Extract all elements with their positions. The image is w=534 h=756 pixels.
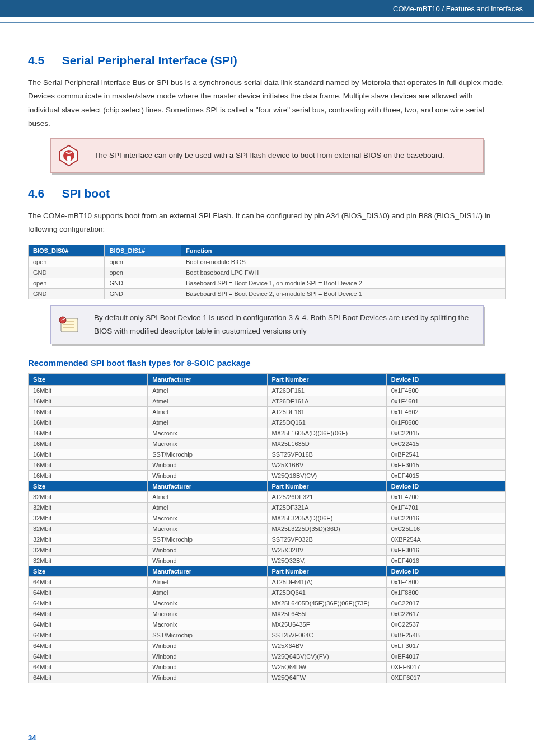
table-cell: open <box>105 256 181 267</box>
warning-icon <box>58 144 80 167</box>
table-cell: Winbond <box>148 460 267 471</box>
table-cell: 0xEF3016 <box>386 545 505 556</box>
table-cell: W25X32BV <box>267 545 386 556</box>
table-cell: 32Mbit <box>29 492 148 503</box>
flash-th-2: Part Number <box>267 374 386 386</box>
page-content: 4.5 Serial Peripheral Interface (SPI) Th… <box>0 23 534 703</box>
pin-config-table: BIOS_DIS0# BIOS_DIS1# Function openopenB… <box>28 245 506 299</box>
note-callout: By default only SPI Boot Device 1 is use… <box>50 305 484 345</box>
table-cell: Macronix <box>148 609 267 619</box>
table-cell: Atmel <box>148 386 267 396</box>
table-cell: Atmel <box>148 577 267 588</box>
table-cell: 32Mbit <box>29 503 148 513</box>
table-row: 32MbitSST/MicrochipSST25VF032B0XBF254A <box>29 534 506 545</box>
table-cell: Boot baseboard LPC FWH <box>181 267 505 278</box>
pin-th-2: Function <box>181 245 505 256</box>
table-cell: Boot on-module BIOS <box>181 256 505 267</box>
table-cell: 16Mbit <box>29 460 148 471</box>
table-cell: Winbond <box>148 471 267 481</box>
table-cell: 0xC22617 <box>386 609 505 619</box>
table-row: 16MbitWinbondW25X16BV0xEF3015 <box>29 460 506 471</box>
table-cell: AT25DQ641 <box>267 588 386 598</box>
table-cell: 0xC22015 <box>386 428 505 439</box>
note-text: By default only SPI Boot Device 1 is use… <box>94 311 469 339</box>
table-row: 16MbitSST/MicrochipSST25VF016B0xBF2541 <box>29 449 506 460</box>
table-cell: Atmel <box>148 503 267 513</box>
table-row: 16MbitAtmelAT25DQ1610x1F8600 <box>29 417 506 428</box>
table-cell: 0xEF4016 <box>386 556 505 566</box>
table-cell: 0XEF6017 <box>386 673 505 683</box>
table-cell: 0x1F4800 <box>386 577 505 588</box>
table-cell: 64Mbit <box>29 609 148 619</box>
table-cell: MX25L3225D(35D)(36D) <box>267 524 386 534</box>
svg-rect-2 <box>67 156 71 161</box>
table-cell: SST25VF032B <box>267 534 386 545</box>
table-header-row: Size Manufacturer Part Number Device ID <box>29 374 506 386</box>
table-cell: 32Mbit <box>29 513 148 524</box>
table-cell: 0xEF3015 <box>386 460 505 471</box>
table-row: 64MbitAtmelAT25DF641(A)0x1F4800 <box>29 577 506 588</box>
table-cell: Atmel <box>148 417 267 428</box>
table-cell: AT25DQ161 <box>267 417 386 428</box>
section-4-5-title: Serial Peripheral Interface (SPI) <box>62 54 237 67</box>
table-row: 64MbitMacronixMX25L6455E0xC22617 <box>29 609 506 619</box>
table-cell: Winbond <box>148 662 267 673</box>
table-cell: 0x1F4601 <box>386 396 505 407</box>
header-breadcrumb: COMe-mBT10 / Features and Interfaces <box>0 0 534 17</box>
table-cell: GND <box>105 288 181 299</box>
table-row: GNDGNDBaseboard SPI = Boot Device 2, on-… <box>29 288 506 299</box>
table-cell: 0XBF254A <box>386 534 505 545</box>
table-cell: MX25L1605A(D)(36E)(06E) <box>267 428 386 439</box>
table-cell: SST/Microchip <box>148 630 267 641</box>
note-icon <box>58 315 80 334</box>
table-row: 64MbitWinbondW25Q64DW0XEF6017 <box>29 662 506 673</box>
section-4-5-heading: 4.5 Serial Peripheral Interface (SPI) <box>28 54 506 67</box>
table-cell: AT25DF641(A) <box>267 577 386 588</box>
section-4-6-title: SPI boot <box>62 187 110 200</box>
table-row: 64MbitMacronixMX25U6435F0xC22537 <box>29 619 506 630</box>
table-cell: 16Mbit <box>29 396 148 407</box>
table-row: 32MbitMacronixMX25L3205A(D)(06E)0xC22016 <box>29 513 506 524</box>
table-cell: Macronix <box>148 513 267 524</box>
table-cell: 64Mbit <box>29 598 148 609</box>
table-cell: W25Q16BV(CV) <box>267 471 386 481</box>
svg-point-7 <box>59 317 66 323</box>
table-cell: 16Mbit <box>29 449 148 460</box>
table-cell: 64Mbit <box>29 662 148 673</box>
table-cell: GND <box>105 278 181 288</box>
table-cell: 64Mbit <box>29 577 148 588</box>
table-cell: MX25L6405D(45E)(36E)(06E)(73E) <box>267 598 386 609</box>
table-cell: AT25/26DF321 <box>267 492 386 503</box>
table-cell: AT25DF161 <box>267 407 386 417</box>
flash-th-1: Manufacturer <box>148 374 267 386</box>
flash-th-0: Size <box>29 374 148 386</box>
table-cell: Baseboard SPI = Boot Device 1, on-module… <box>181 278 505 288</box>
table-cell: Device ID <box>386 481 505 492</box>
section-4-6-heading: 4.6 SPI boot <box>28 187 506 200</box>
table-cell: 0xC22415 <box>386 439 505 449</box>
table-cell: Winbond <box>148 556 267 566</box>
table-cell: Macronix <box>148 598 267 609</box>
table-cell: Atmel <box>148 407 267 417</box>
table-row: 64MbitMacronixMX25L6405D(45E)(36E)(06E)(… <box>29 598 506 609</box>
table-row: 16MbitMacronixMX25L1605A(D)(36E)(06E)0xC… <box>29 428 506 439</box>
table-row: 64MbitWinbondW25X64BV0xEF3017 <box>29 641 506 651</box>
table-cell: open <box>29 256 105 267</box>
table-cell: SST25VF064C <box>267 630 386 641</box>
table-cell: 32Mbit <box>29 556 148 566</box>
table-cell: W25X64BV <box>267 641 386 651</box>
table-cell: 64Mbit <box>29 641 148 651</box>
table-cell: Macronix <box>148 428 267 439</box>
section-4-5-number: 4.5 <box>28 54 59 67</box>
table-cell: GND <box>29 267 105 278</box>
table-cell: 0x1F8800 <box>386 588 505 598</box>
table-row: 64MbitSST/MicrochipSST25VF064C0xBF254B <box>29 630 506 641</box>
page-number: 34 <box>0 726 534 750</box>
table-cell: 0xBF2541 <box>386 449 505 460</box>
table-row: 64MbitWinbondW25Q64FW0XEF6017 <box>29 673 506 683</box>
table-cell: SST/Microchip <box>148 534 267 545</box>
flash-table: Size Manufacturer Part Number Device ID … <box>28 373 506 683</box>
table-cell: MX25L6455E <box>267 609 386 619</box>
table-cell: Atmel <box>148 396 267 407</box>
warning-callout: The SPI interface can only be used with … <box>50 138 484 173</box>
